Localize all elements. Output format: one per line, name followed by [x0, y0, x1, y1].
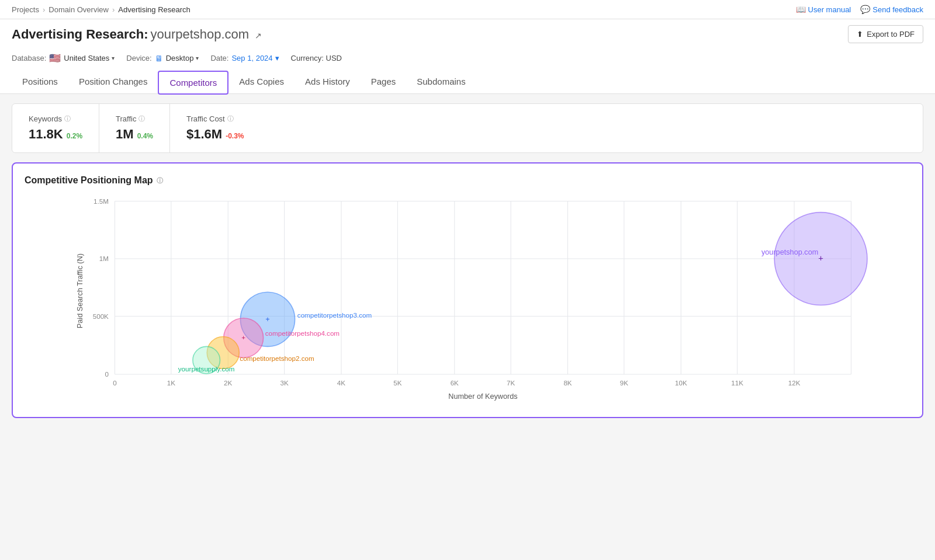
main-content: Keywords ⓘ 11.8K 0.2% Traffic ⓘ 1M 0.4% …	[0, 94, 935, 427]
top-actions: 📖 User manual 💬 Send feedback	[796, 5, 923, 14]
svg-text:10K: 10K	[675, 379, 687, 387]
metric-traffic-cost: Traffic Cost ⓘ $1.6M -0.3%	[170, 104, 261, 152]
database-label: Database:	[12, 54, 46, 62]
device-value-text: Desktop	[166, 54, 194, 62]
page-title-row: Advertising Research: yourpetshop.com ↗ …	[12, 25, 923, 43]
tab-position-changes[interactable]: Position Changes	[68, 71, 158, 93]
metric-keywords: Keywords ⓘ 11.8K 0.2%	[12, 104, 99, 152]
currency-label: Currency: USD	[291, 54, 342, 62]
send-feedback-label: Send feedback	[872, 5, 923, 14]
svg-text:12K: 12K	[788, 379, 801, 387]
feedback-icon: 💬	[860, 5, 870, 14]
monitor-icon: 🖥	[155, 54, 163, 63]
bubble-plus-competitor4: +	[241, 333, 245, 341]
filter-device: Device: 🖥 Desktop ▾	[126, 54, 199, 63]
breadcrumb-sep1: ›	[43, 5, 45, 14]
svg-text:Number of Keywords: Number of Keywords	[448, 392, 517, 401]
tab-ads-history[interactable]: Ads History	[295, 71, 361, 93]
chart-title: Competitive Positioning Map ⓘ	[25, 175, 910, 186]
breadcrumb: Projects › Domain Overview › Advertising…	[12, 5, 191, 14]
filter-date: Date: Sep 1, 2024 ▾	[210, 54, 279, 62]
send-feedback-link[interactable]: 💬 Send feedback	[860, 5, 923, 14]
traffic-cost-value: $1.6M -0.3%	[186, 127, 244, 142]
bubble-label-yourpetshop: yourpetshop.com	[761, 248, 818, 256]
chart-svg: 1.5M 1M 500K 0 0 1K 2K 3K 4K 5K 6K 7K 8K…	[25, 195, 910, 405]
tab-pages[interactable]: Pages	[361, 71, 407, 93]
bubble-plus-competitor3: +	[265, 315, 269, 324]
page-title-domain: yourpetshop.com	[150, 27, 249, 41]
svg-text:Paid Search Traffic (N): Paid Search Traffic (N)	[76, 253, 84, 328]
breadcrumb-current: Advertising Research	[118, 5, 191, 14]
chart-card: Competitive Positioning Map ⓘ	[12, 162, 923, 418]
bubble-label-competitor2: competitorpetshop2.com	[240, 354, 314, 362]
bubble-plus-yourpetshop: +	[818, 253, 823, 263]
tab-subdomains[interactable]: Subdomains	[406, 71, 476, 93]
device-value[interactable]: Desktop ▾	[166, 54, 199, 62]
traffic-label: Traffic ⓘ	[116, 114, 153, 123]
tab-competitors[interactable]: Competitors	[158, 71, 228, 95]
svg-text:9K: 9K	[620, 379, 628, 387]
chart-area: 1.5M 1M 500K 0 0 1K 2K 3K 4K 5K 6K 7K 8K…	[25, 195, 910, 405]
database-value[interactable]: United States ▾	[64, 54, 115, 62]
svg-text:8K: 8K	[563, 379, 572, 387]
user-manual-label: User manual	[808, 5, 851, 14]
traffic-cost-label: Traffic Cost ⓘ	[186, 114, 244, 123]
breadcrumb-sep2: ›	[112, 5, 115, 14]
upload-icon: ⬆	[857, 30, 863, 39]
breadcrumb-domain-overview[interactable]: Domain Overview	[49, 5, 109, 14]
svg-text:3K: 3K	[280, 379, 288, 387]
database-caret-icon: ▾	[112, 55, 115, 61]
filter-database: Database: 🇺🇸 United States ▾	[12, 53, 115, 64]
bubble-label-competitor3: competitorpetshop3.com	[297, 311, 372, 319]
svg-text:7K: 7K	[507, 379, 515, 387]
svg-text:1K: 1K	[167, 379, 175, 387]
date-caret-icon: ▾	[275, 54, 279, 62]
filters-row: Database: 🇺🇸 United States ▾ Device: 🖥 D…	[12, 48, 923, 68]
external-link-icon[interactable]: ↗	[255, 31, 262, 40]
bubble-label-competitor1: yourpetsupply.com	[178, 365, 235, 373]
keywords-label: Keywords ⓘ	[29, 114, 82, 123]
traffic-cost-change: -0.3%	[226, 132, 244, 140]
traffic-change: 0.4%	[137, 132, 153, 140]
device-caret-icon: ▾	[196, 55, 199, 61]
page-title-text: Advertising Research:	[12, 27, 148, 41]
device-label: Device:	[126, 54, 151, 62]
traffic-cost-info-icon[interactable]: ⓘ	[227, 114, 234, 123]
svg-text:4K: 4K	[337, 379, 345, 387]
header-section: Advertising Research: yourpetshop.com ↗ …	[0, 19, 935, 94]
svg-text:1M: 1M	[99, 255, 109, 262]
top-bar: Projects › Domain Overview › Advertising…	[0, 0, 935, 19]
database-value-text: United States	[64, 54, 109, 62]
svg-text:6K: 6K	[451, 379, 459, 387]
date-value-text: Sep 1, 2024	[231, 54, 272, 62]
export-btn-label: Export to PDF	[867, 30, 915, 39]
svg-text:0: 0	[105, 370, 109, 378]
date-value[interactable]: Sep 1, 2024 ▾	[231, 54, 279, 62]
svg-text:5K: 5K	[393, 379, 401, 387]
tab-ads-copies[interactable]: Ads Copies	[228, 71, 295, 93]
metrics-card: Keywords ⓘ 11.8K 0.2% Traffic ⓘ 1M 0.4% …	[12, 103, 923, 153]
user-manual-link[interactable]: 📖 User manual	[796, 5, 851, 14]
svg-text:2K: 2K	[224, 379, 232, 387]
book-icon: 📖	[796, 5, 806, 14]
tab-positions[interactable]: Positions	[12, 71, 68, 93]
tabs-row: Positions Position Changes Competitors A…	[12, 68, 923, 93]
svg-text:500K: 500K	[93, 312, 109, 320]
keywords-value: 11.8K 0.2%	[29, 127, 82, 142]
filter-currency: Currency: USD	[291, 54, 342, 62]
bubble-label-competitor4: competitorpetshop4.com	[265, 329, 340, 337]
date-label: Date:	[210, 54, 228, 62]
svg-text:0: 0	[113, 379, 117, 387]
chart-info-icon[interactable]: ⓘ	[157, 176, 163, 185]
metric-traffic: Traffic ⓘ 1M 0.4%	[99, 104, 170, 152]
us-flag-icon: 🇺🇸	[49, 53, 61, 64]
export-pdf-button[interactable]: ⬆ Export to PDF	[848, 25, 923, 43]
page-title: Advertising Research: yourpetshop.com ↗	[12, 27, 262, 42]
traffic-value: 1M 0.4%	[116, 127, 153, 142]
svg-text:11K: 11K	[731, 379, 743, 387]
svg-text:1.5M: 1.5M	[94, 197, 109, 205]
breadcrumb-projects[interactable]: Projects	[12, 5, 39, 14]
keywords-change: 0.2%	[67, 132, 82, 140]
keywords-info-icon[interactable]: ⓘ	[64, 114, 71, 123]
traffic-info-icon[interactable]: ⓘ	[138, 114, 145, 123]
